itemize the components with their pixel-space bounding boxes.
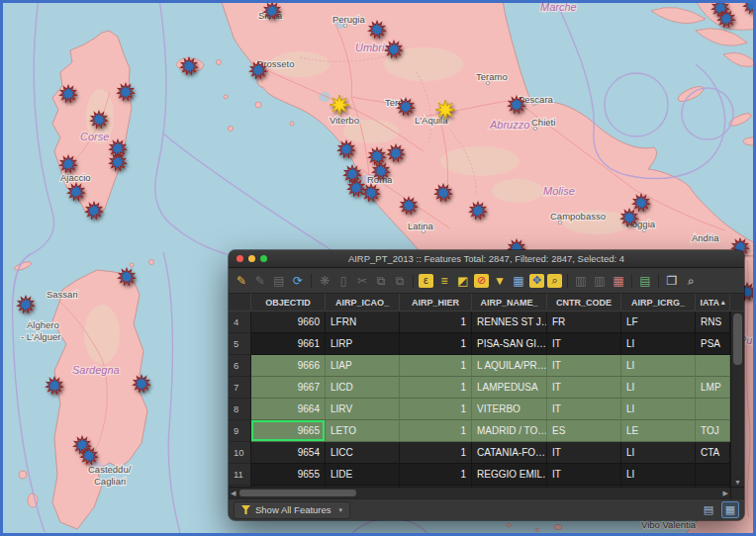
horizontal-scrollbar-thumb[interactable] [239, 490, 356, 496]
cell-icao[interactable]: LIRP [326, 333, 400, 355]
form-view-icon[interactable]: ▤ [701, 502, 716, 517]
cell-cntr[interactable]: IT [547, 377, 621, 399]
cell-objectid[interactable]: 9661 [251, 333, 326, 355]
zoom-to-selection-icon[interactable]: ⌕ [547, 274, 562, 288]
conditional-formatting-icon[interactable]: ▤ [636, 272, 654, 289]
cell-iata[interactable]: LMP [696, 377, 730, 399]
cell-hier[interactable]: 1 [400, 355, 472, 377]
row-number-header[interactable] [229, 294, 251, 311]
cell-icrg[interactable]: LI [621, 333, 696, 355]
cell-name[interactable]: VITERBO [472, 399, 547, 420]
cell-iata[interactable] [696, 464, 730, 486]
column-header-airp_hier[interactable]: AIRP_HIER [400, 294, 472, 311]
cell-objectid[interactable]: 9660 [251, 312, 326, 333]
cell-icao[interactable]: LIAP [326, 355, 400, 377]
cell-iata[interactable]: PSA [696, 333, 730, 355]
column-header-airp_icrg_[interactable]: AIRP_ICRG_ [621, 294, 696, 311]
cell-hier[interactable]: 1 [400, 464, 472, 486]
column-header-airp_icao_[interactable]: AIRP_ICAO_ [326, 294, 400, 311]
field-calculator-icon[interactable]: ▦ [610, 272, 627, 289]
zoom-button[interactable] [260, 255, 267, 262]
scroll-down-arrow[interactable]: ▼ [731, 479, 744, 486]
reload-table-icon[interactable]: ⟳ [289, 272, 307, 289]
row-number[interactable]: 7 [229, 377, 251, 399]
vertical-scrollbar[interactable]: ▼ [730, 312, 744, 487]
cell-icao[interactable]: LIRV [326, 399, 400, 420]
cell-objectid[interactable]: 9655 [251, 464, 326, 486]
cell-icrg[interactable]: LF [621, 312, 696, 333]
cell-cntr[interactable]: ES [547, 420, 621, 442]
row-number[interactable]: 5 [229, 333, 251, 355]
cell-hier[interactable]: 1 [400, 399, 472, 420]
cell-objectid[interactable]: 9667 [251, 377, 326, 399]
horizontal-scrollbar[interactable]: ◀ ▶ [229, 488, 730, 498]
cell-cntr[interactable]: IT [547, 355, 621, 377]
cell-name[interactable]: L AQUILA/PR… [472, 355, 547, 377]
cell-cntr[interactable]: FR [547, 312, 621, 333]
cell-icao[interactable]: LFRN [326, 312, 400, 333]
cell-icrg[interactable]: LI [621, 355, 696, 377]
cell-icao[interactable]: LICC [326, 442, 400, 464]
cell-iata[interactable] [696, 399, 730, 420]
cell-icao[interactable]: LIDE [326, 464, 400, 486]
cell-iata[interactable]: RNS [696, 312, 730, 333]
row-number[interactable]: 6 [229, 355, 251, 377]
cell-icrg[interactable]: LE [621, 420, 696, 442]
cell-name[interactable]: LAMPEDUSA [472, 377, 547, 399]
cell-cntr[interactable]: IT [547, 442, 621, 464]
cell-iata[interactable] [696, 355, 730, 377]
filter-by-expression-icon[interactable]: ▼ [491, 272, 509, 289]
cell-name[interactable]: REGGIO EMIL… [472, 464, 547, 486]
search-widget-icon[interactable]: ⌕ [682, 272, 700, 289]
cell-icrg[interactable]: LI [621, 377, 696, 399]
column-header-objectid[interactable]: OBJECTID [251, 294, 326, 311]
cell-hier[interactable]: 1 [400, 377, 472, 399]
cell-cntr[interactable]: IT [547, 333, 621, 355]
cell-hier[interactable]: 1 [400, 442, 472, 464]
window-titlebar[interactable]: AIRP_PT_2013 :: Features Total: 2847, Fi… [229, 250, 744, 268]
row-number[interactable]: 8 [229, 399, 251, 420]
cell-hier[interactable]: 1 [400, 333, 472, 355]
cell-iata[interactable]: CTA [696, 442, 730, 464]
move-selection-to-top-icon[interactable]: ▦ [510, 272, 527, 289]
scroll-left-arrow[interactable]: ◀ [231, 488, 236, 498]
row-number[interactable]: 10 [229, 442, 251, 464]
cell-name[interactable]: PISA-SAN GI… [472, 333, 547, 355]
select-all-icon[interactable]: ≡ [435, 272, 453, 289]
column-header-iata[interactable]: IATA▴ [696, 294, 730, 311]
column-header-cntr_code[interactable]: CNTR_CODE [547, 294, 621, 311]
feature-filter-button[interactable]: Show All Features ▾ [234, 501, 350, 519]
cell-icrg[interactable]: LI [621, 442, 696, 464]
cell-objectid[interactable]: 9654 [251, 442, 326, 464]
cell-cntr[interactable]: IT [547, 464, 621, 486]
cell-objectid[interactable]: 9666 [251, 355, 326, 377]
column-header-airp_name_[interactable]: AIRP_NAME_ [472, 294, 547, 311]
select-by-expression-icon[interactable]: ε [419, 274, 433, 288]
cell-name[interactable]: RENNES ST J… [472, 312, 547, 333]
cell-name[interactable]: MADRID / TO… [472, 420, 547, 442]
cell-hier[interactable]: 1 [400, 312, 472, 333]
cell-objectid[interactable]: 9665 [251, 420, 326, 442]
dock-table-icon[interactable]: ❐ [663, 272, 681, 289]
cell-cntr[interactable]: IT [547, 399, 621, 420]
cell-iata[interactable]: TOJ [696, 420, 730, 442]
cell-objectid[interactable]: 9664 [251, 399, 326, 420]
cell-icrg[interactable]: LI [621, 399, 696, 420]
table-view-icon[interactable]: ▦ [721, 501, 739, 518]
cell-name[interactable]: CATANIA-FO… [472, 442, 547, 464]
invert-selection-icon[interactable]: ◩ [454, 272, 472, 289]
scroll-right-arrow[interactable]: ▶ [723, 488, 728, 498]
close-button[interactable] [236, 255, 243, 262]
cell-icao[interactable]: LICD [326, 377, 400, 399]
cell-hier[interactable]: 1 [400, 420, 472, 442]
vertical-scrollbar-thumb[interactable] [733, 313, 742, 365]
deselect-all-icon[interactable]: ⊘ [474, 274, 489, 288]
toggle-editing-icon[interactable]: ✎ [233, 272, 250, 289]
minimize-button[interactable] [248, 255, 255, 262]
cell-icao[interactable]: LETO [326, 420, 400, 442]
pan-to-selection-icon[interactable]: ✥ [529, 274, 544, 288]
cell-icrg[interactable]: LI [621, 464, 696, 486]
row-number[interactable]: 11 [229, 464, 251, 486]
row-number[interactable]: 9 [229, 420, 251, 442]
row-number[interactable]: 4 [229, 312, 251, 333]
